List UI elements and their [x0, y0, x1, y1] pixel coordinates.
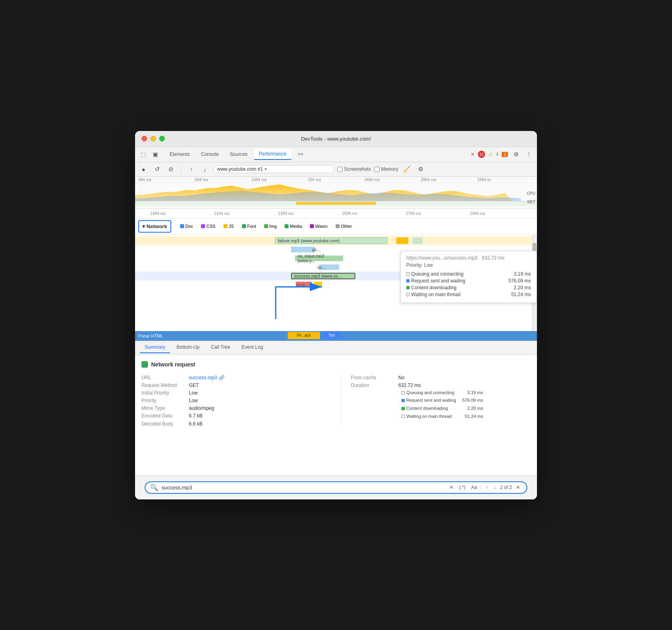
duration-queuing: Queuing and connecting 3.19 ms [402, 389, 483, 397]
close-search-button[interactable]: ✕ [514, 484, 522, 491]
tl2-label-1: 1994 ms [150, 211, 214, 216]
timeline-overview: 494 ms 994 ms 1494 ms 194 ms 2494 ms 299… [135, 177, 537, 209]
summary-cache-row: From cache No [351, 374, 531, 382]
media-dot [285, 224, 289, 228]
timeline-label-3: 1494 ms [251, 178, 308, 182]
timeline-label-7: 3494 m [477, 178, 534, 182]
network-row-failure[interactable]: failure.mp3 (www.youtube.com) m... [135, 236, 537, 245]
filter-css[interactable]: CSS [199, 223, 218, 229]
memory-icon[interactable]: 🧹 [402, 164, 412, 174]
more-icon[interactable]: ⋮ [524, 149, 534, 159]
cpu-label: CPU [527, 191, 535, 196]
network-label-text: ▾ Network [142, 223, 167, 229]
filter-wasm[interactable]: Wasm [307, 223, 330, 229]
maximize-button[interactable] [159, 136, 165, 141]
tooltip-priority: Priority: Low [406, 262, 531, 268]
ge-label: ge... [312, 247, 320, 252]
filter-media[interactable]: Media [282, 223, 304, 229]
network-header: 1994 ms 2194 ms 2394 ms 2594 ms 2794 ms … [135, 209, 537, 219]
failure-green-bar2 [412, 237, 422, 244]
filter-other[interactable]: Other [333, 223, 354, 229]
regex-button[interactable]: (.*) [457, 484, 467, 491]
encoded-label: Encoded Data [141, 412, 186, 420]
tab-bar: ⬚ ▣ Elements Console Sources Performance… [135, 147, 537, 162]
clear-search-button[interactable]: ✕ [448, 484, 455, 491]
bottom-tabs: Summary Bottom-Up Call Tree Event Log [135, 341, 537, 355]
reload-button[interactable]: ↺ [152, 164, 162, 174]
tab-summary[interactable]: Summary [140, 342, 170, 353]
filter-tags: Doc CSS JS Font [178, 223, 354, 229]
tooltip-overlay: https://www.you...io/success.mp3 632.72 … [400, 251, 537, 303]
clear-button[interactable]: ⊘ [166, 164, 176, 174]
summary-grid: URL success.mp3 🔗 Request Method GET Ini… [141, 374, 531, 428]
case-sensitive-button[interactable]: Aa [469, 484, 479, 491]
tab-sources[interactable]: Sources [225, 149, 252, 160]
js-dot [223, 224, 227, 228]
initial-priority-value: Low [189, 389, 198, 397]
desk-yellow [314, 282, 322, 287]
network-rows: failure.mp3 (www.youtube.com) m... ge...… [135, 235, 537, 331]
upload-button[interactable]: ↑ [186, 164, 197, 174]
tim-bar: Tim [322, 332, 342, 339]
minimize-button[interactable] [150, 136, 156, 141]
tooltip-url: https://www.you...io/success.mp3 632.72 … [406, 255, 531, 261]
settings-icon[interactable]: ⚙ [511, 149, 521, 159]
prev-result-button[interactable]: ↑ [484, 484, 490, 491]
desk-label: desk [296, 282, 305, 287]
download-button[interactable]: ↓ [200, 164, 210, 174]
decoded-value: 6.6 kB [189, 420, 203, 428]
network-section: 1994 ms 2194 ms 2394 ms 2594 ms 2794 ms … [135, 209, 537, 341]
summary-header: Network request [141, 361, 531, 368]
url-bar[interactable]: www.youtube.com #1 ▾ [213, 165, 334, 173]
summary-decoded-row: Decoded Body 6.6 kB [141, 420, 331, 428]
tab-call-tree[interactable]: Call Tree [206, 342, 235, 353]
title-bar: DevTools - www.youtube.com/ [135, 131, 537, 147]
summary-encoded-row: Encoded Data 6.7 kB [141, 412, 331, 420]
tab-more[interactable]: >> [293, 149, 308, 160]
method-label: Request Method [141, 382, 186, 389]
failure-bar: failure.mp3 (www.youtube.com) [275, 237, 387, 244]
cursor-icon[interactable]: ⬚ [138, 149, 148, 159]
net-label: NET [527, 200, 535, 204]
dur-waiting-dot [402, 415, 405, 418]
search-input[interactable] [162, 485, 445, 491]
wasm-dot [310, 224, 314, 228]
request-dot [406, 279, 410, 282]
error-count-badge: 10 [478, 151, 485, 158]
decoded-label: Decoded Body [141, 420, 186, 428]
dur-request-dot [402, 399, 405, 402]
tab-elements[interactable]: Elements [165, 149, 195, 160]
url-value[interactable]: success.mp3 🔗 [189, 374, 225, 382]
ge-bar [291, 247, 315, 252]
timeline-label-5: 2494 ms [364, 178, 421, 182]
network-toggle[interactable]: ▾ Network [138, 220, 171, 233]
queuing-dot [406, 272, 410, 276]
tab-console[interactable]: Console [196, 149, 223, 160]
next-result-button[interactable]: ↓ [492, 484, 498, 491]
tab-performance[interactable]: Performance [254, 149, 291, 160]
search-divider [481, 484, 481, 491]
record-button[interactable]: ● [138, 164, 149, 174]
traffic-lights [141, 136, 165, 141]
url-text: www.youtube.com #1 [217, 166, 263, 172]
filter-js[interactable]: JS [221, 223, 236, 229]
filter-doc[interactable]: Doc [178, 223, 196, 229]
close-button[interactable] [141, 136, 147, 141]
filter-img[interactable]: Img [262, 223, 279, 229]
refresh-icon: 🔗 [219, 374, 225, 382]
filter-font[interactable]: Font [240, 223, 258, 229]
toolbar: ● ↺ ⊘ ↑ ↓ www.youtube.com #1 ▾ Screensho… [135, 162, 537, 177]
screenshots-checkbox[interactable]: Screenshots [337, 166, 371, 172]
css-dot [201, 224, 205, 228]
toolbar-settings-icon[interactable]: ⚙ [415, 164, 426, 174]
devtools-window: DevTools - www.youtube.com/ ⬚ ▣ Elements… [135, 131, 537, 499]
tl2-label-4: 2594 ms [342, 211, 406, 216]
tab-event-log[interactable]: Event Log [237, 342, 268, 353]
fir-ack-bar: Fir...ack [288, 332, 320, 339]
tab-bottom-up[interactable]: Bottom-Up [172, 342, 204, 353]
timeline-label-4: 194 ms [308, 178, 365, 182]
method-value: GET [189, 382, 199, 389]
summary-mime-row: Mime Type audio/mpeg [141, 405, 331, 412]
memory-checkbox[interactable]: Memory [374, 166, 398, 172]
device-icon[interactable]: ▣ [150, 149, 160, 159]
